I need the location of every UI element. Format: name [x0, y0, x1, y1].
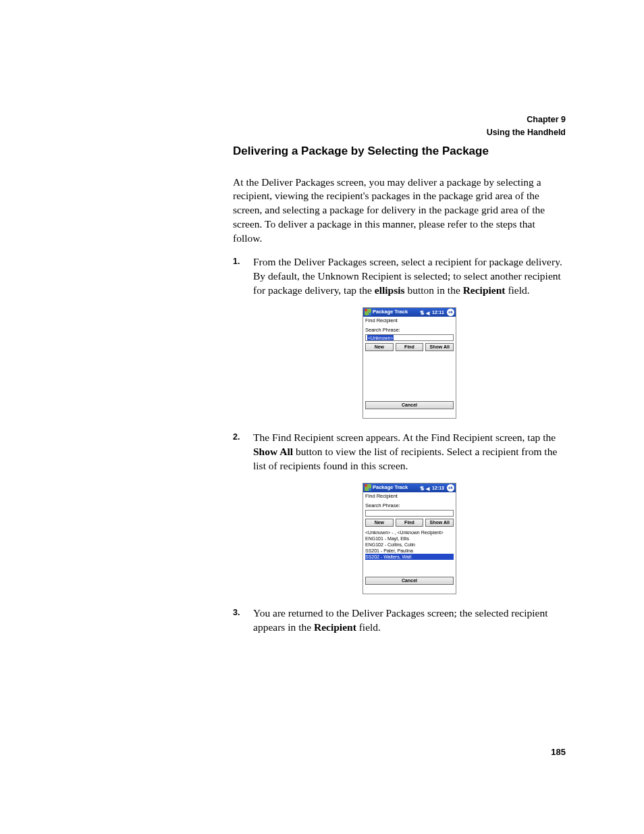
search-value: <Unknown>	[367, 335, 394, 341]
step-text: field.	[506, 284, 530, 296]
showall-button[interactable]: Show All	[425, 519, 454, 527]
bold-recipient: Recipient	[314, 621, 356, 633]
speaker-icon[interactable]	[426, 310, 431, 315]
search-input[interactable]: <Unknown>	[365, 334, 454, 341]
start-icon[interactable]	[365, 309, 371, 315]
step-text: field.	[356, 621, 381, 633]
screen-name: Find Recipient	[363, 492, 456, 502]
section-title: Delivering a Package by Selecting the Pa…	[233, 145, 566, 158]
list-item[interactable]: ENG101 - Mayt, Ellis	[365, 536, 454, 542]
cancel-button[interactable]: Cancel	[365, 577, 454, 585]
find-button[interactable]: Find	[396, 343, 424, 351]
find-button[interactable]: Find	[396, 519, 424, 527]
search-phrase-label: Search Phrase:	[363, 327, 456, 334]
screen-name: Find Recipient	[363, 317, 456, 327]
ok-button[interactable]: ok	[447, 309, 454, 316]
results-list	[363, 353, 456, 401]
list-item-selected[interactable]: SS202 - Walters, Walt	[365, 554, 454, 560]
bold-showall: Show All	[253, 446, 293, 457]
titlebar: Package Track 12:13 ok	[363, 484, 456, 492]
list-item[interactable]: SS201 - Pater, Paulina	[365, 548, 454, 554]
step-2: The Find Recipient screen appears. At th…	[233, 431, 566, 594]
list-item[interactable]: <Unknown> - , <Unknown Recipient>	[365, 529, 454, 536]
clock: 12:13	[432, 485, 444, 491]
step-3: You are returned to the Deliver Packages…	[233, 606, 566, 635]
app-title: Package Track	[373, 484, 408, 491]
step-text: You are returned to the Deliver Packages…	[253, 607, 548, 633]
titlebar: Package Track 12:11 ok	[363, 308, 456, 317]
start-icon[interactable]	[365, 484, 371, 491]
screenshot-find-recipient-1: Package Track 12:11 ok Find Recipient Se…	[363, 307, 456, 419]
search-phrase-label: Search Phrase:	[363, 502, 456, 510]
sync-icon[interactable]	[420, 310, 425, 315]
results-list[interactable]: <Unknown> - , <Unknown Recipient> ENG101…	[363, 528, 456, 577]
ok-button[interactable]: ok	[447, 484, 454, 492]
bold-ellipsis: ellipsis	[375, 284, 405, 296]
page-number: 185	[551, 747, 566, 757]
search-input[interactable]	[365, 510, 454, 517]
list-item[interactable]: ENG102 - Collins, Colin	[365, 542, 454, 548]
bold-recipient: Recipient	[463, 284, 506, 296]
speaker-icon[interactable]	[426, 486, 431, 490]
screenshot-find-recipient-2: Package Track 12:13 ok Find Recipient Se…	[363, 483, 456, 594]
chapter-subtitle: Using the Handheld	[233, 126, 566, 139]
step-text: button in the	[405, 284, 463, 296]
sync-icon[interactable]	[420, 486, 425, 490]
cancel-button[interactable]: Cancel	[365, 401, 454, 409]
chapter-label: Chapter 9	[233, 113, 566, 126]
showall-button[interactable]: Show All	[425, 343, 454, 351]
new-button[interactable]: New	[365, 519, 394, 527]
step-text: The Find Recipient screen appears. At th…	[253, 432, 556, 443]
new-button[interactable]: New	[365, 343, 394, 351]
app-title: Package Track	[373, 309, 408, 315]
step-text: button to view the list of recipients. S…	[253, 446, 557, 471]
step-1: From the Deliver Packages screen, select…	[233, 255, 566, 419]
clock: 12:11	[432, 309, 444, 315]
intro-paragraph: At the Deliver Packages screen, you may …	[233, 176, 566, 246]
